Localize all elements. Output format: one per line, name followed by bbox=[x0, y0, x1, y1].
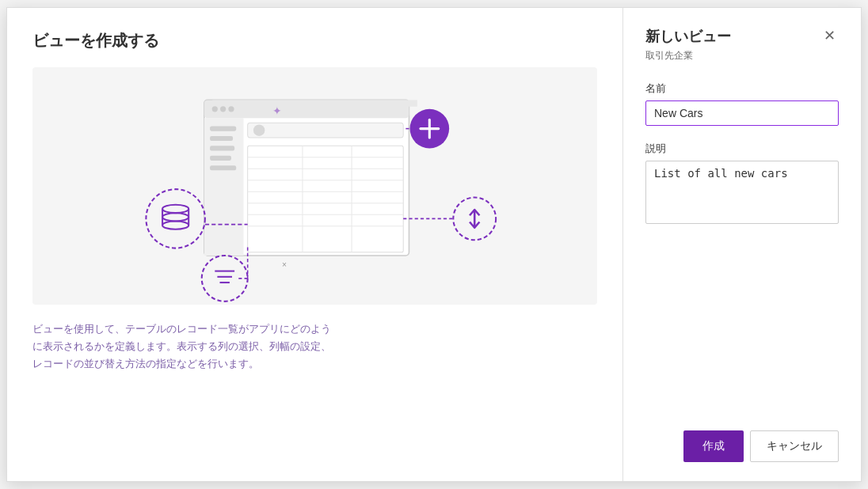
svg-point-25 bbox=[162, 205, 188, 213]
close-button[interactable]: ✕ bbox=[820, 27, 839, 44]
svg-point-13 bbox=[253, 124, 265, 135]
right-header: 新しいビュー ✕ bbox=[645, 27, 839, 46]
description-label: 説明 bbox=[645, 142, 839, 156]
illustration-svg: ✦ × bbox=[32, 67, 597, 305]
subtitle: 取引先企業 bbox=[645, 49, 839, 63]
illustration-area: ✦ × bbox=[32, 67, 597, 305]
svg-point-29 bbox=[162, 213, 188, 221]
svg-text:✦: ✦ bbox=[272, 104, 282, 117]
svg-rect-14 bbox=[248, 146, 404, 252]
left-panel: ビューを作成する bbox=[7, 8, 623, 481]
dialog-left-title: ビューを作成する bbox=[32, 30, 597, 51]
dialog-container: ビューを作成する bbox=[6, 7, 862, 482]
description-text: ビューを使用して、テーブルのレコード一覧がアプリにどのよう に表示されるかを定義… bbox=[32, 320, 597, 373]
svg-point-4 bbox=[220, 106, 226, 112]
svg-rect-8 bbox=[210, 136, 233, 141]
footer-buttons: 作成 キャンセル bbox=[683, 430, 839, 462]
svg-point-5 bbox=[228, 106, 234, 112]
description-input[interactable]: List of all new cars bbox=[645, 161, 839, 224]
cancel-button[interactable]: キャンセル bbox=[750, 430, 839, 462]
svg-rect-2 bbox=[212, 100, 417, 106]
svg-rect-11 bbox=[210, 165, 236, 170]
name-label: 名前 bbox=[645, 82, 839, 96]
svg-rect-10 bbox=[210, 156, 231, 161]
svg-text:×: × bbox=[282, 260, 287, 269]
svg-rect-7 bbox=[210, 126, 236, 131]
create-button[interactable]: 作成 bbox=[683, 430, 744, 462]
right-panel-title: 新しいビュー bbox=[645, 27, 731, 46]
svg-rect-9 bbox=[210, 146, 234, 150]
svg-point-3 bbox=[212, 106, 218, 112]
svg-point-24 bbox=[146, 189, 204, 248]
name-input[interactable] bbox=[645, 100, 839, 126]
svg-rect-12 bbox=[248, 123, 404, 138]
svg-point-28 bbox=[162, 221, 188, 229]
right-panel: 新しいビュー ✕ 取引先企業 名前 説明 List of all new car… bbox=[623, 8, 861, 481]
